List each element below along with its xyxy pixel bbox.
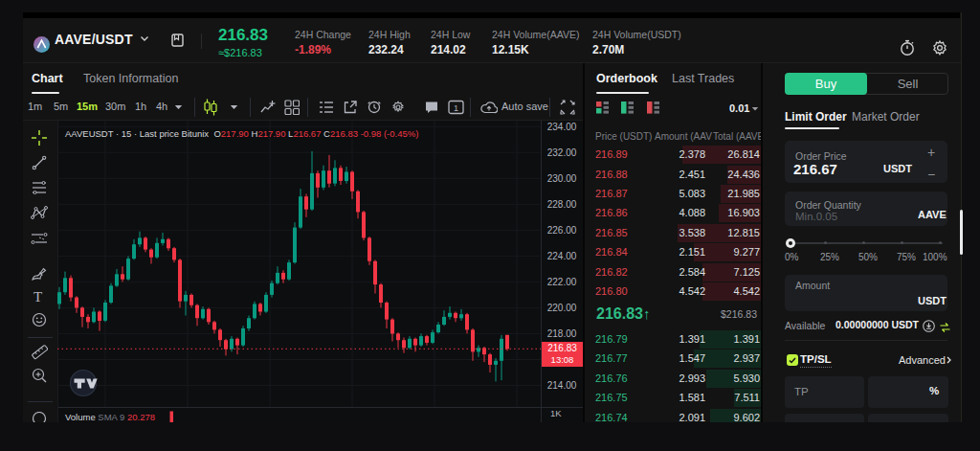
svg-text:228.00: 228.00: [547, 199, 577, 210]
svg-text:226.00: 226.00: [547, 225, 577, 236]
svg-text:1: 1: [454, 103, 458, 113]
svg-text:224.00: 224.00: [547, 251, 577, 261]
svg-text:216.83: 216.83: [547, 343, 577, 353]
svg-text:234.00: 234.00: [547, 122, 577, 132]
svg-text:218.00: 218.00: [547, 328, 577, 339]
svg-text:222.00: 222.00: [547, 277, 577, 287]
svg-text:1K: 1K: [550, 408, 562, 418]
svg-text:230.00: 230.00: [547, 173, 577, 184]
svg-text:220.00: 220.00: [547, 303, 577, 313]
svg-text:13:08: 13:08: [551, 354, 574, 365]
svg-text:232.00: 232.00: [547, 147, 577, 158]
svg-text:214.00: 214.00: [547, 380, 577, 391]
